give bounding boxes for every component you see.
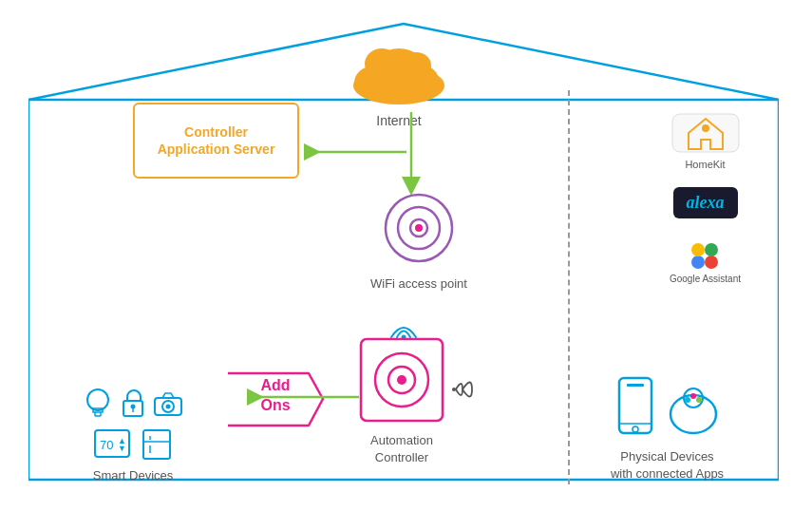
alexa-label: alexa <box>687 193 725 212</box>
physical-devices-container: Physical Devices with connected Apps <box>579 376 755 483</box>
google-assistant-container: Google Assistant <box>670 236 741 284</box>
lock-icon <box>119 388 147 422</box>
physical-devices-label: Physical Devices with connected Apps <box>579 448 755 483</box>
google-assistant-label: Google Assistant <box>670 274 741 284</box>
automation-controller-icon <box>359 337 444 423</box>
smart-speaker-icon <box>667 381 720 438</box>
arrow-internet-to-controller <box>304 133 408 171</box>
controller-label: Controller Application Server <box>158 123 275 158</box>
svg-point-50 <box>696 397 702 403</box>
smart-devices-label: Smart Devices <box>47 468 218 483</box>
svg-point-57 <box>705 243 718 256</box>
appliance-icon <box>141 428 173 461</box>
homekit-container: HomeKit <box>668 109 744 170</box>
wifi-signal-icon <box>380 313 427 340</box>
alexa-container: alexa <box>673 187 738 218</box>
bulb-icon <box>83 387 113 423</box>
cloud-icon <box>342 43 456 109</box>
physical-devices-icons <box>579 376 755 443</box>
svg-point-5 <box>365 48 399 79</box>
svg-point-20 <box>452 388 456 391</box>
smart-devices-container: 70 ▲ ▼ Smart Devices <box>47 387 218 483</box>
camera-icon <box>153 390 183 419</box>
svg-point-55 <box>705 256 718 269</box>
svg-point-44 <box>633 426 638 432</box>
automation-label: Automation Controller <box>359 432 444 466</box>
svg-rect-38 <box>143 430 170 459</box>
svg-point-53 <box>702 124 709 132</box>
svg-point-33 <box>166 405 171 409</box>
svg-point-6 <box>401 52 431 79</box>
homekit-label: HomeKit <box>668 159 744 170</box>
svg-point-14 <box>415 224 423 232</box>
svg-rect-45 <box>627 384 644 387</box>
thermostat-icon: 70 ▲ ▼ <box>93 428 131 461</box>
automation-controller-container: Automation Controller <box>359 337 444 466</box>
svg-point-48 <box>685 397 690 403</box>
svg-point-23 <box>87 389 108 410</box>
phone-icon <box>615 376 655 443</box>
svg-point-29 <box>131 405 136 409</box>
wifi-ap-container: WiFi access point <box>370 190 467 293</box>
svg-point-46 <box>670 395 716 433</box>
google-assistant-icon <box>681 236 728 274</box>
controller-box: Controller Application Server <box>133 103 299 179</box>
svg-point-56 <box>691 243 705 256</box>
arrow-automation-to-addons <box>247 380 361 414</box>
svg-text:70: 70 <box>100 438 113 452</box>
svg-point-49 <box>690 393 696 399</box>
homekit-icon <box>668 109 744 157</box>
radio-waves-right <box>451 370 489 408</box>
vertical-divider <box>568 90 570 484</box>
wifi-ap-icon <box>381 190 457 266</box>
svg-text:▼: ▼ <box>118 444 126 453</box>
svg-point-19 <box>397 375 406 385</box>
services-container: HomeKit alexa Google Assistant <box>632 109 779 284</box>
svg-point-54 <box>691 256 705 269</box>
smart-devices-icons <box>47 387 218 423</box>
diagram-container: Internet Controller Application Server <box>0 0 812 511</box>
alexa-badge: alexa <box>673 187 738 218</box>
wifi-ap-label: WiFi access point <box>370 275 467 293</box>
